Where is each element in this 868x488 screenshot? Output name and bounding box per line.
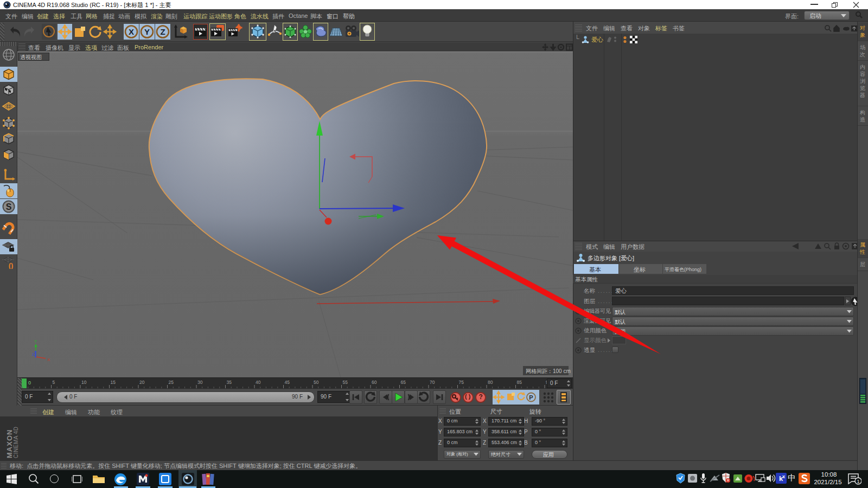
svg-text:25: 25 (169, 380, 174, 385)
svg-text:20: 20 (139, 380, 145, 385)
svg-text:x: x (782, 474, 785, 479)
svg-text:60: 60 (372, 380, 377, 385)
svg-text:45: 45 (285, 380, 290, 385)
svg-text:70: 70 (430, 380, 435, 385)
svg-text:Z: Z (32, 352, 35, 356)
svg-text:Y: Y (34, 339, 37, 344)
svg-text:P: P (529, 394, 533, 401)
svg-text:30: 30 (197, 380, 203, 385)
svg-text:1: 1 (857, 479, 859, 484)
svg-text:Y: Y (144, 27, 150, 36)
svg-text:5: 5 (53, 380, 55, 385)
svg-text:X: X (47, 357, 50, 362)
svg-text:Z: Z (160, 27, 165, 36)
svg-text:50: 50 (314, 380, 319, 385)
svg-text:80: 80 (488, 380, 493, 385)
svg-text:85: 85 (517, 380, 522, 385)
svg-text:(): () (9, 261, 14, 269)
svg-text:35: 35 (227, 380, 232, 385)
svg-text:55: 55 (343, 380, 348, 385)
svg-text:40: 40 (256, 380, 261, 385)
svg-text:10: 10 (81, 380, 87, 385)
svg-text:0: 0 (28, 380, 31, 386)
svg-text:15: 15 (111, 380, 116, 385)
svg-text:S: S (6, 202, 12, 211)
svg-text:75: 75 (459, 380, 464, 385)
svg-text:65: 65 (401, 380, 406, 385)
svg-text:X: X (129, 27, 134, 36)
